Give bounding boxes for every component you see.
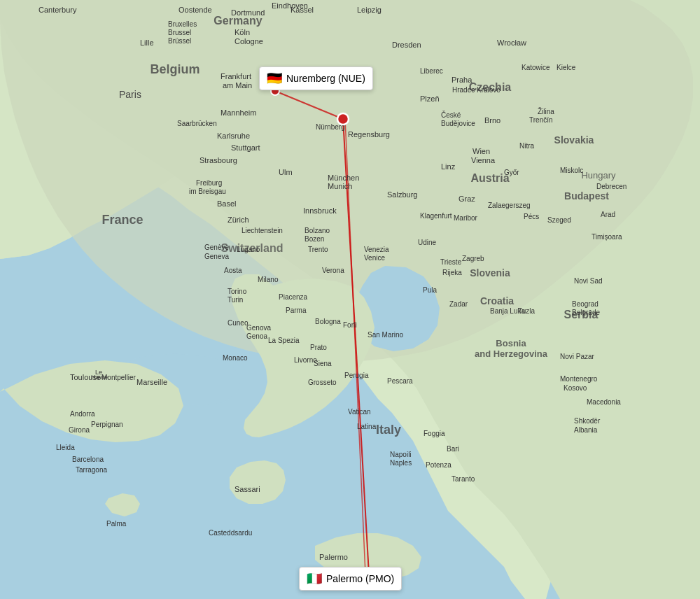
svg-text:Bosnia: Bosnia	[496, 338, 526, 348]
svg-text:Slovakia: Slovakia	[554, 134, 594, 146]
svg-text:Barcelona: Barcelona	[72, 456, 104, 463]
svg-text:Turin: Turin	[227, 296, 243, 304]
svg-text:Ulm: Ulm	[279, 168, 293, 176]
svg-text:Szeged: Szeged	[547, 216, 571, 224]
svg-text:Paris: Paris	[119, 89, 141, 100]
palermo-label: 🇮🇹 Palermo (PMO)	[299, 567, 402, 591]
svg-text:Leipzig: Leipzig	[357, 6, 382, 14]
svg-text:Regensburg: Regensburg	[348, 130, 390, 139]
svg-text:München: München	[328, 174, 359, 182]
svg-text:Macedonia: Macedonia	[587, 398, 621, 406]
svg-text:Genève: Genève	[204, 244, 229, 251]
svg-text:Zagreb: Zagreb	[462, 255, 484, 262]
svg-text:Novi Sad: Novi Sad	[574, 277, 603, 285]
svg-text:Liberec: Liberec	[420, 67, 443, 75]
svg-text:Shkodër: Shkodër	[574, 417, 601, 425]
italy-flag: 🇮🇹	[307, 571, 322, 586]
svg-text:Bolzano: Bolzano	[304, 227, 330, 234]
svg-text:Venice: Venice	[364, 254, 385, 262]
svg-text:Belgrade: Belgrade	[572, 309, 600, 316]
svg-text:Palermo: Palermo	[319, 553, 348, 561]
svg-text:Katowice: Katowice	[522, 64, 550, 71]
svg-text:Monaco: Monaco	[223, 354, 248, 362]
svg-text:Naples: Naples	[390, 459, 412, 467]
svg-text:Nitra: Nitra	[519, 142, 535, 150]
svg-text:Oostende: Oostende	[178, 6, 212, 14]
svg-text:Udine: Udine	[418, 239, 437, 246]
svg-text:Bozen: Bozen	[304, 235, 324, 243]
svg-text:Pécs: Pécs	[524, 213, 539, 220]
svg-text:Trento: Trento	[308, 246, 328, 253]
germany-flag: 🇩🇪	[267, 71, 282, 86]
svg-text:Kielce: Kielce	[556, 64, 576, 71]
svg-text:České: České	[441, 111, 461, 119]
svg-text:Brno: Brno	[484, 116, 500, 125]
svg-text:Stuttgart: Stuttgart	[231, 143, 260, 152]
svg-text:Croatia: Croatia	[480, 295, 514, 306]
svg-text:Aosta: Aosta	[224, 267, 242, 274]
svg-text:Zalaegerszeg: Zalaegerszeg	[488, 202, 531, 209]
nuremberg-label: 🇩🇪 Nuremberg (NUE)	[259, 66, 373, 90]
svg-text:Bari: Bari	[447, 445, 459, 453]
svg-text:Brüssel: Brüssel	[168, 37, 191, 45]
svg-text:Zadar: Zadar	[449, 300, 468, 308]
svg-text:Frankfurt: Frankfurt	[220, 72, 251, 80]
svg-text:Lugano: Lugano	[237, 246, 260, 253]
svg-text:Mannheim: Mannheim	[220, 108, 256, 117]
svg-text:Genoa: Genoa	[246, 332, 267, 340]
svg-text:Montenegro: Montenegro	[560, 375, 598, 383]
svg-text:Köln: Köln	[234, 28, 250, 36]
svg-text:Budějovice: Budějovice	[441, 120, 475, 127]
svg-text:Miskolc: Miskolc	[560, 167, 583, 174]
svg-text:Potenza: Potenza	[426, 461, 451, 469]
svg-text:Piacenza: Piacenza	[279, 293, 308, 301]
svg-text:Casteddsardu: Casteddsardu	[209, 529, 252, 537]
svg-text:Lleida: Lleida	[56, 444, 75, 451]
svg-text:Forlì: Forlì	[343, 321, 357, 329]
svg-text:Strasbourg: Strasbourg	[200, 156, 237, 164]
svg-text:Trenčín: Trenčín	[529, 116, 553, 124]
svg-text:Geneva: Geneva	[204, 253, 229, 260]
svg-text:Genova: Genova	[246, 324, 271, 332]
svg-text:Girona: Girona	[69, 426, 90, 434]
svg-text:Hungary: Hungary	[581, 170, 616, 181]
svg-text:Praha: Praha	[451, 76, 472, 84]
svg-text:Bologna: Bologna	[315, 318, 341, 325]
svg-text:Venezia: Venezia	[364, 246, 389, 253]
svg-text:Palma: Palma	[106, 520, 127, 528]
palermo-label-text: Palermo (PMO)	[326, 573, 394, 584]
svg-text:Siena: Siena	[314, 360, 332, 367]
svg-text:Vatican: Vatican	[348, 408, 371, 416]
map-container: Belgium Germany France Switzerland Austr…	[0, 0, 700, 599]
svg-text:Pescara: Pescara	[387, 377, 413, 385]
svg-text:La Spezia: La Spezia	[268, 337, 300, 344]
svg-text:San Marino: San Marino	[368, 331, 404, 339]
svg-text:Pula: Pula	[423, 286, 437, 294]
svg-text:Milano: Milano	[258, 276, 279, 283]
svg-text:Linz: Linz	[441, 162, 456, 171]
svg-text:Tuzla: Tuzla	[518, 307, 536, 315]
svg-text:Bruxelles: Bruxelles	[168, 20, 197, 28]
svg-text:Brussel: Brussel	[168, 29, 191, 36]
svg-text:Grosseto: Grosseto	[308, 379, 337, 386]
svg-text:Freiburg: Freiburg	[196, 179, 222, 187]
svg-text:Klagenfurt: Klagenfurt	[420, 212, 452, 220]
svg-text:Munich: Munich	[328, 182, 352, 190]
svg-text:Albania: Albania	[574, 426, 598, 434]
svg-text:Wrocław: Wrocław	[497, 38, 526, 47]
svg-text:Tarragona: Tarragona	[76, 466, 107, 474]
svg-text:Saarbrücken: Saarbrücken	[177, 120, 217, 127]
svg-text:Cuneo: Cuneo	[227, 319, 248, 327]
svg-text:Wien: Wien	[472, 147, 490, 155]
svg-text:am Main: am Main	[223, 81, 252, 90]
svg-text:Debrecen: Debrecen	[596, 183, 626, 190]
svg-text:Plzeň: Plzeň	[420, 94, 440, 103]
nuremberg-label-text: Nuremberg (NUE)	[286, 73, 365, 84]
svg-text:Parma: Parma	[286, 306, 307, 314]
svg-text:Slovenia: Slovenia	[470, 267, 510, 279]
svg-text:Graz: Graz	[458, 195, 475, 203]
svg-text:Arad: Arad	[601, 211, 615, 218]
svg-point-152	[337, 113, 349, 125]
svg-text:Kassel: Kassel	[290, 6, 314, 14]
svg-text:Sassari: Sassari	[234, 485, 260, 493]
